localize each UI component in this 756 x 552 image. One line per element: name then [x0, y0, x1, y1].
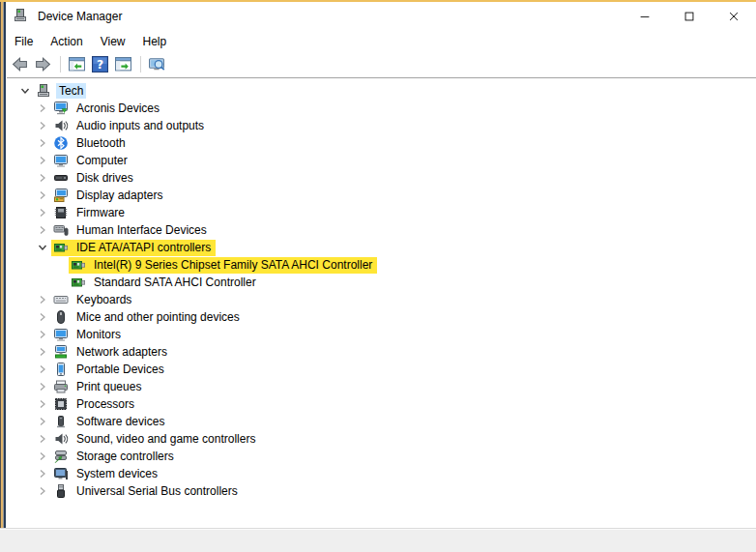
svg-text:?: ? — [96, 58, 102, 72]
tree-item-content: Print queues — [51, 379, 146, 395]
menu-view[interactable]: View — [92, 33, 134, 50]
tree-item-ide-ata-atapi-controllers[interactable]: IDE ATA/ATAPI controllers — [7, 239, 756, 256]
chevron-right-icon[interactable] — [34, 100, 51, 117]
chevron-right-icon[interactable] — [34, 221, 51, 239]
tree-item-label: Audio inputs and outputs — [73, 118, 207, 133]
chevron-right-icon[interactable] — [34, 395, 51, 413]
tree-item-mice-and-other-pointing-devices[interactable]: Mice and other pointing devices — [7, 308, 756, 326]
tree-item-computer[interactable]: Computer — [7, 152, 756, 169]
tree-item-monitors[interactable]: Monitors — [7, 326, 756, 343]
tree-item-label: Firmware — [73, 205, 128, 220]
tree-item-content: Audio inputs and outputs — [51, 118, 209, 134]
tree-item-display-adapters[interactable]: Display adapters — [7, 187, 756, 204]
scan-hardware-changes-button[interactable] — [146, 54, 167, 75]
show-console-tree-button[interactable] — [66, 54, 87, 75]
tree-item-storage-controllers[interactable]: Storage controllers — [7, 448, 756, 465]
tree-item-intel-r-9-series-chipset-family-sata-ahci-controller[interactable]: Intel(R) 9 Series Chipset Family SATA AH… — [7, 256, 756, 274]
storage-controller-icon — [53, 449, 69, 464]
chevron-right-icon[interactable] — [34, 448, 51, 465]
help-button[interactable]: ? — [89, 54, 110, 75]
window-left-border — [0, 2, 7, 528]
tree-item-content: Firmware — [51, 205, 130, 221]
system-device-icon — [53, 466, 69, 481]
minimize-button[interactable] — [623, 2, 667, 31]
device-manager-icon — [13, 8, 30, 25]
back-arrow-icon — [12, 56, 28, 73]
tree-item-content: Display adapters — [51, 188, 167, 204]
tree-item-sound-video-and-game-controllers[interactable]: Sound, video and game controllers — [7, 430, 756, 448]
chevron-right-icon[interactable] — [34, 134, 51, 152]
tree-item-acronis-devices[interactable]: Acronis Devices — [7, 100, 756, 117]
tree-item-label: Portable Devices — [73, 362, 167, 377]
tree-item-content: Tech — [34, 83, 88, 100]
chevron-right-icon[interactable] — [34, 465, 51, 482]
tree-item-content: IDE ATA/ATAPI controllers — [51, 240, 216, 256]
tree-item-print-queues[interactable]: Print queues — [7, 378, 756, 395]
chevron-right-icon[interactable] — [34, 152, 51, 169]
tree-item-label: Computer — [73, 153, 131, 168]
tree-item-system-devices[interactable]: System devices — [7, 465, 756, 482]
menu-action[interactable]: Action — [42, 33, 91, 50]
tree-item-disk-drives[interactable]: Disk drives — [7, 169, 756, 187]
tree-item-content: Disk drives — [51, 170, 138, 187]
tree-item-audio-inputs-and-outputs[interactable]: Audio inputs and outputs — [7, 117, 756, 134]
tree-item-label: Software devices — [73, 414, 167, 429]
menu-file[interactable]: File — [6, 33, 42, 50]
tree-item-software-devices[interactable]: Software devices — [7, 413, 756, 430]
toolbar: ? — [0, 51, 756, 78]
chevron-right-icon[interactable] — [34, 413, 51, 430]
maximize-button[interactable] — [667, 2, 712, 31]
chevron-down-icon[interactable] — [34, 239, 51, 256]
software-device-icon — [53, 414, 69, 429]
tree-item-firmware[interactable]: Firmware — [7, 204, 756, 221]
chevron-right-icon[interactable] — [34, 361, 51, 378]
close-icon — [727, 10, 741, 23]
tree-item-tech[interactable]: Tech — [7, 82, 756, 100]
chevron-right-icon[interactable] — [34, 308, 51, 326]
printer-icon — [53, 379, 69, 394]
menu-bar: FileActionViewHelp — [0, 31, 756, 51]
processor-icon — [53, 396, 69, 412]
chevron-right-icon[interactable] — [34, 169, 51, 187]
tree-item-portable-devices[interactable]: Portable Devices — [7, 361, 756, 378]
tree-item-content: Processors — [51, 396, 139, 413]
chevron-right-icon[interactable] — [34, 378, 51, 395]
speaker-icon — [53, 118, 69, 133]
tree-item-processors[interactable]: Processors — [7, 395, 756, 413]
chevron-right-icon[interactable] — [34, 187, 51, 204]
chevron-down-icon[interactable] — [16, 82, 34, 100]
chevron-right-icon[interactable] — [34, 204, 51, 221]
tree-item-label: Acronis Devices — [73, 101, 162, 116]
tree-item-content: Human Interface Devices — [51, 222, 212, 239]
chevron-right-icon[interactable] — [34, 343, 51, 361]
tree-item-keyboards[interactable]: Keyboards — [7, 291, 756, 308]
tree-item-label: Sound, video and game controllers — [73, 431, 258, 447]
tree-item-human-interface-devices[interactable]: Human Interface Devices — [7, 221, 756, 239]
tree-item-label: Standard SATA AHCI Controller — [91, 275, 259, 290]
tree-item-content: Computer — [51, 153, 132, 169]
forward-button[interactable] — [32, 54, 53, 75]
chevron-right-icon[interactable] — [34, 291, 51, 308]
tree-item-content: Intel(R) 9 Series Chipset Family SATA AH… — [69, 257, 377, 274]
tree-item-standard-sata-ahci-controller[interactable]: Standard SATA AHCI Controller — [7, 274, 756, 291]
back-button[interactable] — [9, 54, 30, 75]
device-tree: TechAcronis DevicesAudio inputs and outp… — [7, 78, 756, 528]
chevron-right-icon[interactable] — [34, 117, 51, 134]
menu-help[interactable]: Help — [134, 33, 176, 50]
tree-item-content: Keyboards — [51, 292, 136, 308]
chevron-right-icon[interactable] — [34, 482, 51, 500]
show-action-pane-button[interactable] — [112, 54, 133, 75]
tree-item-content: Storage controllers — [51, 449, 179, 465]
chevron-right-icon[interactable] — [34, 430, 51, 448]
close-button[interactable] — [712, 2, 756, 31]
console-tree-icon — [69, 56, 85, 73]
tree-item-universal-serial-bus-controllers[interactable]: Universal Serial Bus controllers — [7, 482, 756, 500]
keyboard-icon — [53, 292, 69, 307]
tree-item-bluetooth[interactable]: Bluetooth — [7, 134, 756, 152]
chevron-right-icon[interactable] — [34, 326, 51, 343]
tree-item-content: System devices — [51, 466, 162, 482]
minimize-icon — [638, 10, 652, 23]
tree-item-content: Monitors — [51, 327, 126, 343]
tree-item-network-adapters[interactable]: Network adapters — [7, 343, 756, 361]
tree-item-content: Bluetooth — [51, 135, 131, 152]
